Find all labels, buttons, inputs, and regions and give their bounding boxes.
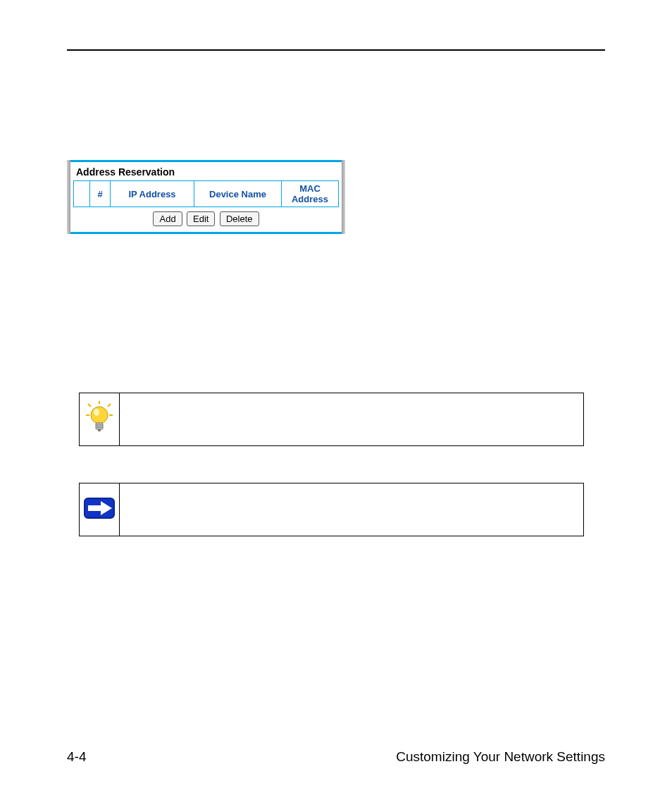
svg-rect-7: [96, 423, 103, 429]
col-select: [74, 181, 90, 207]
col-device: Device Name: [194, 181, 282, 207]
panel-title: Address Reservation: [70, 162, 342, 180]
panel-inner: Address Reservation # IP Address Device …: [70, 160, 342, 234]
svg-line-2: [108, 404, 111, 407]
note-callout: [79, 483, 584, 536]
svg-point-6: [94, 409, 99, 416]
section-title: Customizing Your Network Settings: [396, 749, 605, 765]
tip-body: [120, 393, 583, 445]
panel-button-row: Add Edit Delete: [70, 207, 342, 229]
svg-rect-10: [98, 429, 101, 431]
page-number: 4-4: [67, 749, 86, 765]
col-index: #: [90, 181, 111, 207]
address-table: # IP Address Device Name MAC Address: [73, 180, 339, 207]
col-mac: MAC Address: [282, 181, 339, 207]
edit-button[interactable]: Edit: [187, 211, 215, 226]
tip-icon-cell: [80, 393, 120, 445]
add-button[interactable]: Add: [153, 211, 182, 226]
note-icon-cell: [80, 483, 120, 536]
note-body: [120, 483, 583, 536]
tip-callout: [79, 393, 584, 446]
address-reservation-panel: Address Reservation # IP Address Device …: [67, 160, 345, 234]
lightbulb-icon: [85, 401, 113, 438]
svg-point-5: [91, 407, 108, 424]
table-header-row: # IP Address Device Name MAC Address: [74, 181, 339, 207]
col-ip: IP Address: [111, 181, 194, 207]
svg-line-1: [88, 404, 91, 407]
delete-button[interactable]: Delete: [220, 211, 259, 226]
document-page: Address Reservation # IP Address Device …: [0, 0, 672, 807]
top-rule: [67, 49, 605, 51]
page-footer: 4-4 Customizing Your Network Settings: [67, 749, 605, 765]
svg-rect-12: [88, 505, 101, 511]
arrow-icon: [84, 498, 115, 522]
